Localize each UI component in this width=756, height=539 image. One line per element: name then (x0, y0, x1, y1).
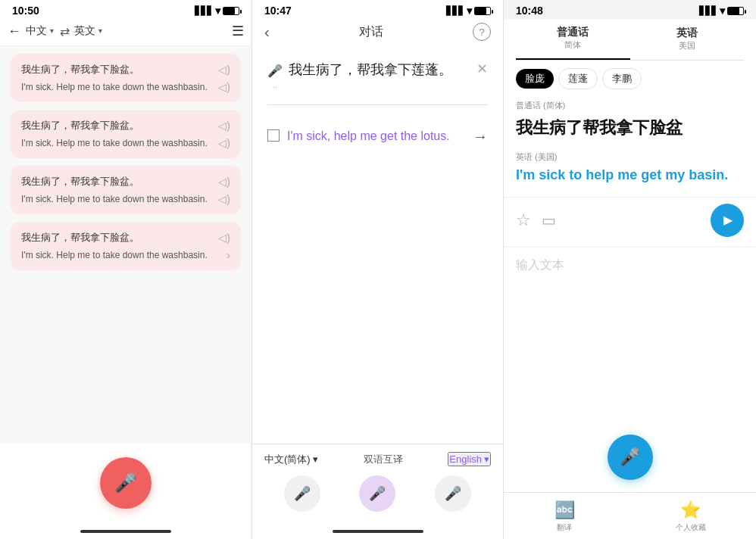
lang-from-chevron: ▼ (48, 27, 55, 35)
zh-text-p2: 我生病了，帮我拿下莲蓬。 ✕ (289, 61, 488, 79)
tab-english-sub: 美国 (633, 40, 742, 51)
play-button-p3[interactable]: ▶ (711, 204, 744, 237)
home-indicator-p1 (80, 530, 171, 533)
mic-side-panel: 🎤 .. (267, 61, 283, 89)
mic-button-right-p2[interactable]: 🎤 (435, 475, 471, 512)
signal-icon-p3: ▋▋▋ (699, 6, 717, 16)
arrow-right-icon: → (473, 128, 488, 145)
divider-p2 (267, 104, 488, 105)
lang-from-selector[interactable]: 中文 ▼ (26, 24, 55, 38)
conv-card-zh-3: 我生病了，帮我拿下脸盆。 ◁) (21, 175, 230, 188)
dots-label: .. (273, 81, 277, 89)
time-p3: 10:48 (516, 5, 543, 17)
mic-row-p2: 🎤 🎤 🎤 (264, 475, 491, 524)
voice-chip-lipeng[interactable]: 李鹏 (602, 68, 642, 89)
person-icon: ☰ (232, 23, 244, 39)
mic-button-p1[interactable]: 🎤 (100, 457, 152, 509)
bubble-zh-p2: 我生病了，帮我拿下莲蓬。 ✕ (289, 61, 488, 79)
voice-chips-row: 脸庞 莲蓬 李鹏 (504, 61, 756, 97)
conv-card-zh-1: 我生病了，帮我拿下脸盆。 ◁) (21, 63, 230, 76)
star-button-p3[interactable]: ☆ (516, 210, 531, 230)
voice-chip-lianpeng[interactable]: 莲蓬 (558, 68, 598, 89)
conv-card-3[interactable]: 我生病了，帮我拿下脸盆。 ◁) I'm sick. Help me to tak… (11, 166, 241, 214)
mic-icon-p1: 🎤 (114, 472, 137, 494)
lang-row-p2: 中文(简体) ▾ 双语互译 English ▾ (264, 452, 491, 466)
nav-bar-p1: ← 中文 ▼ ⇄ 英文 ▼ ☰ (0, 20, 251, 46)
send-button-p2[interactable]: → (473, 128, 488, 145)
mic-area-p1: 🎤 (0, 444, 251, 530)
conversation-list: 我生病了，帮我拿下脸盆。 ◁) I'm sick. Help me to tak… (0, 46, 251, 444)
lang-from-label: 中文 (26, 24, 47, 38)
lang-to-selector[interactable]: 英文 ▼ (74, 24, 104, 38)
lang-from-button-p2[interactable]: 中文(简体) ▾ (264, 453, 318, 466)
sound-icon-en-2[interactable]: ◁) (218, 137, 230, 149)
sound-icon-zh-2[interactable]: ◁) (218, 120, 230, 132)
mic-icon-center-p2: 🎤 (369, 485, 386, 502)
signal-icon-p1: ▋▋▋ (195, 6, 213, 16)
bottom-nav-p3: 🔤 翻译 ⭐ 个人收藏 (504, 492, 756, 539)
lang-to-chevron: ▼ (97, 27, 104, 35)
chevron-right-icon-4: › (226, 249, 230, 261)
close-button-p2[interactable]: ✕ (476, 61, 488, 77)
tab-putonghua-sub: 简体 (519, 39, 627, 51)
conv-card-en-4: I'm sick. Help me to take down the washb… (21, 249, 230, 261)
bilingual-label: 双语互译 (364, 453, 403, 466)
panel-dialog: 10:47 ▋▋▋ ▾ ‹ 对话 ? 🎤 .. 我生病了，帮我拿 (252, 0, 504, 539)
zh-result-text: 我生病了帮我拿下脸盆 (504, 114, 756, 148)
sound-icon-en-3[interactable]: ◁) (218, 193, 230, 205)
chevron-down-icon-to: ▾ (484, 453, 489, 465)
nav-favorites-label: 个人收藏 (676, 522, 706, 533)
nav-translate-p3[interactable]: 🔤 翻译 (555, 500, 575, 533)
person-menu-button[interactable]: ☰ (232, 23, 244, 39)
conv-card-2[interactable]: 我生病了，帮我拿下脸盆。 ◁) I'm sick. Help me to tak… (11, 110, 241, 158)
star-icon: ☆ (516, 210, 531, 229)
tab-putonghua[interactable]: 普通话 简体 (516, 20, 630, 60)
nav-favorites-p3[interactable]: ⭐ 个人收藏 (676, 500, 706, 533)
tab-putonghua-title: 普通话 (519, 26, 627, 39)
play-icon: ▶ (723, 213, 733, 227)
back-button-p2[interactable]: ‹ (264, 23, 270, 41)
sound-icon-zh-1[interactable]: ◁) (218, 64, 230, 76)
panel-conversation-history: 10:50 ▋▋▋ ▾ ← 中文 ▼ ⇄ 英文 ▼ ☰ (0, 0, 252, 539)
conv-card-en-1: I'm sick. Help me to take down the washb… (21, 81, 230, 93)
lang-to-button-p2[interactable]: English ▾ (448, 452, 491, 466)
conv-card-zh-2: 我生病了，帮我拿下脸盆。 ◁) (21, 119, 230, 132)
screen-button-p3[interactable]: ▭ (542, 211, 556, 229)
mic-small-icon: 🎤 (267, 64, 283, 78)
time-p1: 10:50 (12, 5, 39, 17)
text-input-placeholder: 输入文本 (516, 258, 564, 271)
star-nav-icon: ⭐ (680, 500, 701, 520)
swap-icon[interactable]: ⇄ (60, 24, 70, 39)
mic-button-center-p2[interactable]: 🎤 (359, 475, 395, 512)
status-bar-p1: 10:50 ▋▋▋ ▾ (0, 0, 251, 20)
mic-icon-right-p2: 🎤 (445, 485, 461, 502)
status-bar-p2: 10:47 ▋▋▋ ▾ (252, 0, 503, 20)
text-input-area-p3[interactable]: 输入文本 (504, 247, 756, 427)
conv-card-en-2: I'm sick. Help me to take down the washb… (21, 137, 230, 149)
battery-icon-p2 (474, 7, 491, 15)
bubble-row-zh: 🎤 .. 我生病了，帮我拿下莲蓬。 ✕ (267, 61, 488, 89)
mic-button-p3[interactable]: 🎤 (608, 435, 653, 480)
mic-icon-left-p2: 🎤 (294, 485, 311, 502)
tab-english[interactable]: 英语 美国 (630, 20, 745, 60)
conv-card-1[interactable]: 我生病了，帮我拿下脸盆。 ◁) I'm sick. Help me to tak… (11, 54, 241, 102)
sound-icon-en-1[interactable]: ◁) (218, 81, 230, 93)
battery-icon-p3 (727, 7, 744, 15)
battery-icon-p1 (223, 7, 239, 15)
conv-card-zh-4: 我生病了，帮我拿下脸盆。 ◁) (21, 231, 230, 245)
status-icons-p3: ▋▋▋ ▾ (699, 5, 744, 17)
sound-icon-zh-4[interactable]: ◁) (218, 232, 230, 244)
conv-card-4[interactable]: 我生病了，帮我拿下脸盆。 ◁) I'm sick. Help me to tak… (11, 222, 241, 270)
voice-chip-lianlian[interactable]: 脸庞 (516, 69, 554, 89)
checkbox-p2[interactable] (267, 129, 280, 142)
sound-icon-zh-3[interactable]: ◁) (218, 176, 230, 188)
help-button-p2[interactable]: ? (473, 23, 491, 41)
nav-bar-p2: ‹ 对话 ? (252, 20, 503, 48)
nav-translate-label: 翻译 (557, 522, 572, 533)
mic-button-left-p2[interactable]: 🎤 (284, 475, 320, 512)
source-lang-label: 普通话 (简体) (504, 97, 756, 114)
status-bar-p3: 10:48 ▋▋▋ ▾ (504, 0, 756, 20)
mic-area-p3: 🎤 (504, 427, 756, 492)
back-button-p1[interactable]: ← (8, 23, 21, 39)
wifi-icon-p3: ▾ (720, 5, 725, 17)
